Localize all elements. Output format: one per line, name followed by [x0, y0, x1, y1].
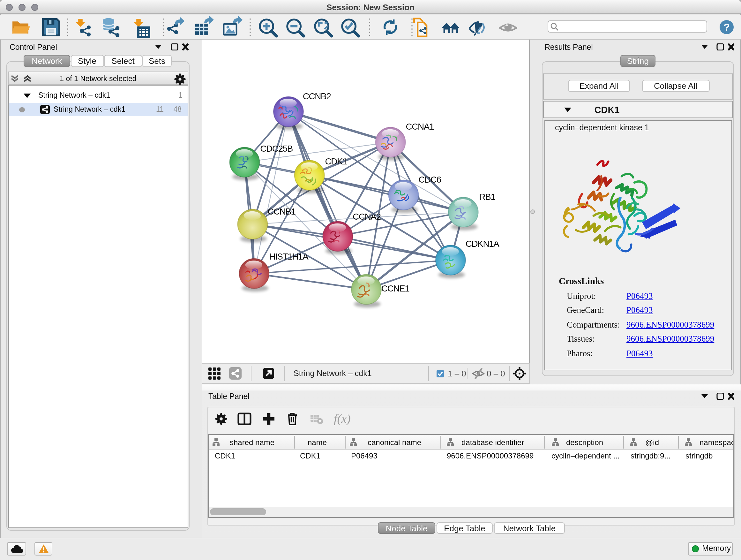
svg-text:shared name: shared name: [229, 438, 274, 446]
svg-text:CCNE1: CCNE1: [381, 284, 409, 294]
svg-text:CDK1: CDK1: [300, 451, 320, 460]
svg-text:stringdb:9...: stringdb:9...: [630, 451, 670, 460]
svg-text:1 – 0: 1 – 0: [448, 368, 466, 378]
svg-text:namespac: namespac: [699, 438, 733, 446]
svg-text:0 – 0: 0 – 0: [487, 368, 505, 378]
svg-text:CCNB1: CCNB1: [267, 206, 295, 216]
svg-text:canonical name: canonical name: [367, 438, 421, 446]
svg-text:CDK1: CDK1: [325, 157, 347, 166]
svg-text:9606.ENSP00000378699: 9606.ENSP00000378699: [447, 451, 533, 460]
svg-text:CDK1: CDK1: [214, 451, 235, 460]
svg-text:CCNA2: CCNA2: [353, 212, 381, 222]
svg-text:CDC25B: CDC25B: [260, 144, 293, 153]
svg-text:P06493: P06493: [351, 451, 377, 460]
svg-text:database identifier: database identifier: [461, 438, 524, 446]
svg-text:name: name: [307, 438, 327, 446]
svg-text:f(x): f(x): [334, 412, 351, 426]
svg-text:stringdb: stringdb: [685, 451, 712, 460]
svg-text:String Network – cdk1: String Network – cdk1: [293, 368, 372, 377]
svg-text:@id: @id: [645, 438, 659, 446]
svg-text:CDC6: CDC6: [418, 175, 441, 185]
svg-text:HIST1H1A: HIST1H1A: [269, 252, 309, 261]
svg-text:description: description: [566, 438, 603, 446]
svg-text:RB1: RB1: [479, 192, 495, 202]
svg-text:CDKN1A: CDKN1A: [466, 239, 500, 249]
svg-text:?: ?: [724, 21, 730, 33]
svg-text:cyclin–dependent ...: cyclin–dependent ...: [551, 451, 619, 460]
svg-text:CCNB2: CCNB2: [303, 91, 331, 101]
svg-text:CCNA1: CCNA1: [406, 122, 434, 132]
